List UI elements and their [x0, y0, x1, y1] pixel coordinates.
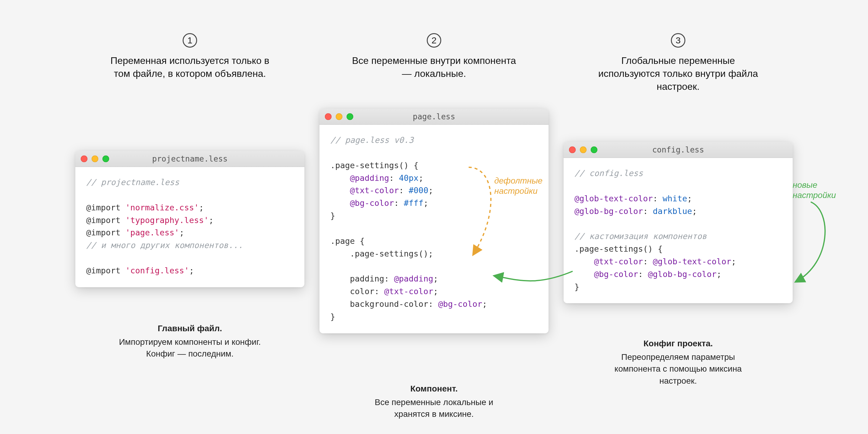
caption-main-file: Главный файл. Импортируем компоненты и к…	[75, 322, 304, 360]
annotation-line: дефолтные	[494, 176, 542, 185]
close-icon[interactable]	[569, 147, 576, 153]
step-badge-2: 2	[427, 33, 441, 48]
code-var: @glob-text-color	[653, 257, 731, 266]
code-prop: background-color	[350, 299, 428, 309]
code-comment: // и много других компонентов...	[86, 241, 243, 250]
code-string: 'normalize.css'	[125, 203, 199, 212]
code-var: @bg-color	[350, 198, 394, 208]
caption-line: Конфиг — последним.	[146, 349, 234, 358]
code-brace: }	[575, 282, 579, 291]
annotation-line: новые	[793, 180, 817, 190]
minimize-icon[interactable]	[580, 147, 587, 153]
code-var: @txt-color	[594, 257, 643, 266]
code-prop: color	[350, 287, 374, 296]
minimize-icon[interactable]	[336, 113, 342, 120]
code-comment: // page.less v0.3	[330, 135, 413, 145]
window-projectname: projectname.less // projectname.less @im…	[75, 151, 304, 287]
code-block: // page.less v0.3 .page-settings() { @pa…	[319, 125, 549, 333]
code-keyword: @import	[86, 216, 121, 225]
code-selector: .page-settings() {	[575, 244, 663, 253]
window-config: config.less // config.less @glob-text-co…	[564, 142, 793, 303]
window-title: page.less	[319, 112, 549, 121]
code-keyword: @import	[86, 203, 121, 212]
code-comment: // config.less	[575, 168, 643, 178]
step-text-1: Переменная используется только в том фай…	[105, 54, 274, 80]
minimize-icon[interactable]	[92, 156, 98, 162]
arrow-new-settings	[796, 202, 825, 282]
code-keyword: @import	[86, 266, 121, 275]
caption-title: Конфиг проекта.	[564, 338, 793, 349]
traffic-lights	[81, 156, 109, 162]
zoom-icon[interactable]	[347, 113, 353, 120]
caption-line: Переопределяем параметры	[621, 352, 735, 362]
code-string: 'typography.less'	[125, 216, 209, 225]
code-value: white	[663, 194, 687, 203]
code-comment: // кастомизация компонентов	[575, 231, 707, 241]
code-selector: .page-settings() {	[330, 161, 418, 170]
code-var: @bg-color	[594, 270, 638, 279]
code-var: @txt-color	[384, 287, 433, 296]
code-var: @padding	[394, 274, 433, 283]
code-var: @glob-bg-color	[648, 270, 717, 279]
code-block: // config.less @glob-text-color: white; …	[564, 158, 793, 303]
code-brace: }	[330, 312, 335, 321]
code-value: 40px	[399, 173, 418, 183]
close-icon[interactable]	[325, 113, 332, 120]
annotation-new-settings: новые настройки	[793, 180, 836, 200]
close-icon[interactable]	[81, 156, 87, 162]
zoom-icon[interactable]	[102, 156, 109, 162]
traffic-lights	[325, 113, 353, 120]
caption-line: настроек.	[659, 376, 697, 385]
annotation-line: настройки	[494, 186, 538, 195]
code-selector: .page {	[330, 236, 365, 246]
code-var: @glob-text-color	[575, 194, 653, 203]
titlebar: config.less	[564, 142, 793, 158]
caption-component: Компонент. Все переменные локальные и хр…	[319, 383, 549, 420]
caption-line: хранятся в миксине.	[394, 409, 474, 418]
code-var: @glob-bg-color	[575, 207, 643, 216]
caption-title: Компонент.	[319, 383, 549, 395]
zoom-icon[interactable]	[591, 147, 597, 153]
caption-title: Главный файл.	[75, 322, 304, 334]
code-keyword: @import	[86, 228, 121, 237]
titlebar: projectname.less	[75, 151, 304, 167]
code-string: 'page.less'	[125, 228, 179, 237]
annotation-default-settings: дефолтные настройки	[494, 176, 542, 196]
annotation-line: настройки	[793, 190, 836, 200]
code-string: 'config.less'	[125, 266, 189, 275]
code-value: #fff	[404, 198, 424, 208]
code-var: @padding	[350, 173, 389, 183]
step-text-2: Все переменные внутри компонента — локал…	[350, 54, 518, 80]
code-mixin-call: .page-settings();	[350, 249, 433, 258]
code-block: // projectname.less @import 'normalize.c…	[75, 167, 304, 287]
step-text-3: Глобальные переменные используются тольк…	[594, 54, 763, 93]
caption-line: компонента с помощью миксина	[615, 364, 742, 373]
step-badge-1: 1	[183, 33, 197, 48]
caption-line: Все переменные локальные и	[375, 398, 493, 407]
code-var: @bg-color	[438, 299, 482, 309]
traffic-lights	[569, 147, 597, 153]
step-badge-3: 3	[671, 33, 685, 48]
window-title: config.less	[564, 145, 793, 154]
code-comment: // projectname.less	[86, 178, 179, 187]
window-page: page.less // page.less v0.3 .page-settin…	[319, 108, 549, 333]
code-value: darkblue	[653, 207, 692, 216]
window-title: projectname.less	[75, 154, 304, 163]
titlebar: page.less	[319, 108, 549, 125]
code-var: @txt-color	[350, 186, 399, 195]
code-brace: }	[330, 211, 335, 220]
caption-config: Конфиг проекта. Переопределяем параметры…	[564, 338, 793, 387]
caption-line: Импортируем компоненты и конфиг.	[119, 337, 261, 347]
code-value: #000	[409, 186, 428, 195]
code-prop: padding	[350, 274, 384, 283]
